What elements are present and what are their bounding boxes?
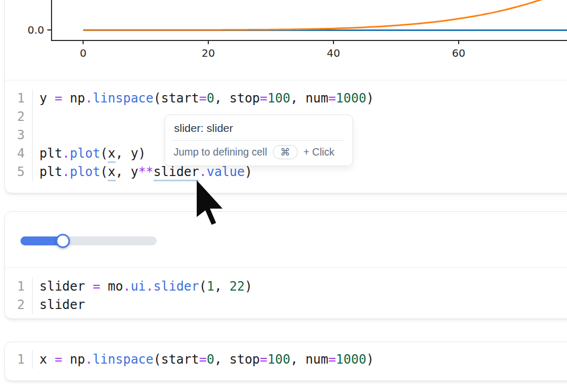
cell-x: 1x = np.linspace(start=0, stop=100, num=… [4,342,567,381]
matplotlib-figure: 02040600.0 [5,0,567,80]
notebook-canvas: 02040600.0 1y = np.linspace(start=0, sto… [0,0,567,392]
svg-text:0: 0 [80,47,87,59]
command-key-icon: ⌘ [273,145,298,159]
line-number: 5 [5,163,33,181]
mouse-cursor-icon [197,180,224,226]
code-editor-x[interactable]: 1x = np.linspace(start=0, stop=100, num=… [5,342,567,380]
svg-text:20: 20 [201,47,215,59]
code-line[interactable]: 2slider [5,296,567,314]
code-line[interactable]: 1y = np.linspace(start=0, stop=100, num=… [5,89,567,108]
code-text: slider [33,296,85,314]
tooltip-title: slider: slider [165,115,352,140]
slider-track[interactable] [21,236,157,245]
code-text [33,126,39,145]
tooltip-click-hint: + Click [303,146,335,158]
line-number: 2 [5,296,33,314]
line-number: 2 [5,108,33,126]
code-text: y = np.linspace(start=0, stop=100, num=1… [33,89,374,108]
line-number: 1 [5,277,33,296]
line-number: 3 [5,126,33,145]
tooltip-footer: Jump to defining cell ⌘ + Click [165,141,352,166]
code-text [33,108,39,126]
code-line[interactable]: 1slider = mo.ui.slider(1, 22) [5,277,567,296]
svg-text:0.0: 0.0 [27,24,44,36]
svg-text:60: 60 [452,47,465,59]
svg-text:40: 40 [327,47,340,59]
plot-output: 02040600.0 [5,0,567,80]
variable-tooltip: slider: slider Jump to defining cell ⌘ +… [165,115,353,166]
slider-output [5,212,567,267]
code-line[interactable]: 1x = np.linspace(start=0, stop=100, num=… [5,350,567,369]
code-text: plt.plot(x, y) [33,145,146,163]
code-editor-slider[interactable]: 1slider = mo.ui.slider(1, 22)2slider [5,268,567,318]
line-number: 4 [5,145,33,163]
slider-handle[interactable] [56,234,70,248]
line-number: 1 [5,350,33,369]
cell-slider: 1slider = mo.ui.slider(1, 22)2slider [4,211,567,319]
code-text: slider = mo.ui.slider(1, 22) [33,277,252,296]
code-text: x = np.linspace(start=0, stop=100, num=1… [33,350,374,369]
tooltip-action-label: Jump to defining cell [174,146,267,158]
line-number: 1 [5,89,33,108]
